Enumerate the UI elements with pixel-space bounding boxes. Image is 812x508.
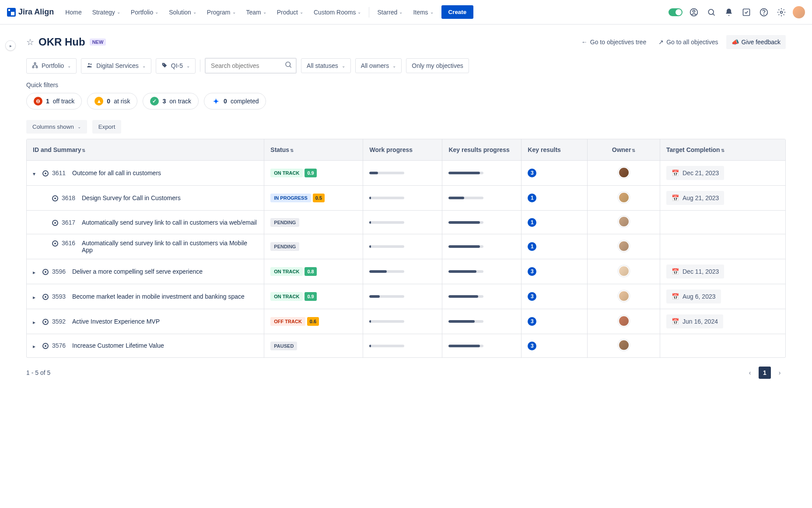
col-header-id[interactable]: ID and Summary⇅ [27, 139, 264, 161]
pager-page-1[interactable]: 1 [759, 367, 771, 379]
expand-toggle[interactable]: ▸ [33, 343, 39, 349]
nav-item-starred[interactable]: Starred⌄ [373, 5, 407, 19]
search-input[interactable] [205, 58, 297, 74]
svg-rect-9 [36, 66, 38, 67]
kr-count-badge[interactable]: 3 [528, 342, 536, 350]
row-id: 3616 [62, 240, 78, 247]
svg-rect-7 [34, 63, 36, 64]
nav-item-product[interactable]: Product⌄ [273, 5, 308, 19]
svg-rect-3 [743, 9, 750, 15]
nav-item-program[interactable]: Program⌄ [203, 5, 240, 19]
objective-icon [42, 269, 49, 275]
nav-item-strategy[interactable]: Strategy⌄ [88, 5, 125, 19]
table-row[interactable]: ▾ 3611 Outcome for all call in customers… [27, 161, 785, 186]
pager-next-button[interactable]: › [774, 367, 786, 379]
status-badge: PAUSED [270, 342, 297, 350]
filter-digital-services[interactable]: Digital Services ⌄ [81, 58, 151, 74]
filter-portfolio[interactable]: Portfolio ⌄ [26, 58, 77, 74]
brand-logo[interactable]: Jira Align [7, 7, 54, 17]
col-header-work-progress[interactable]: Work progress [363, 139, 442, 161]
sidebar-expand-button[interactable]: ▸ [5, 40, 16, 51]
kr-count-badge[interactable]: 3 [528, 267, 536, 276]
status-score: 0.8 [304, 267, 316, 276]
user-avatar[interactable] [793, 6, 805, 18]
give-feedback-button[interactable]: 📣 Give feedback [726, 35, 786, 49]
quick-filter-on-track[interactable]: ✓3on track [143, 93, 199, 109]
filter-only-mine[interactable]: Only my objectives [406, 58, 469, 73]
owner-avatar[interactable] [618, 240, 630, 252]
expand-toggle[interactable]: ▸ [33, 269, 39, 275]
col-header-status[interactable]: Status⇅ [264, 139, 363, 161]
table-row[interactable]: 3617 Automatically send survey link to c… [27, 211, 785, 234]
favorite-star-icon[interactable]: ☆ [26, 37, 34, 47]
table-row[interactable]: 3618 Design Survey for Call in Customers… [27, 186, 785, 211]
expand-toggle[interactable]: ▸ [33, 319, 39, 325]
kr-count-badge[interactable]: 1 [528, 218, 536, 227]
page-title: OKR Hub [38, 36, 85, 48]
owner-avatar[interactable] [618, 192, 630, 203]
kr-count-badge[interactable]: 1 [528, 194, 536, 202]
status-badge: ON TRACK0.9 [270, 292, 316, 301]
chevron-down-icon: ⌄ [342, 64, 345, 68]
go-to-all-link[interactable]: ↗ Go to all objectives [654, 35, 722, 49]
target-date: 📅Dec 11, 2023 [666, 265, 724, 279]
nav-item-portfolio[interactable]: Portfolio⌄ [126, 5, 163, 19]
table-row[interactable]: ▸ 3593 Become market leader in mobile in… [27, 284, 785, 309]
nav-item-home[interactable]: Home [61, 5, 86, 19]
col-header-owner[interactable]: Owner⇅ [588, 139, 660, 161]
arrow-left-icon: ← [581, 39, 588, 46]
filter-statuses[interactable]: All statuses ⌄ [301, 58, 351, 73]
col-header-key-results[interactable]: Key results [522, 139, 588, 161]
table-row[interactable]: ▸ 3576 Increase Customer Lifetime Value … [27, 334, 785, 358]
pager-prev-button[interactable]: ‹ [744, 367, 756, 379]
settings-icon[interactable] [775, 6, 788, 18]
kr-count-badge[interactable]: 3 [528, 169, 536, 177]
quick-filter-off-track[interactable]: ⊖1off track [26, 93, 82, 109]
filter-owners[interactable]: All owners ⌄ [355, 58, 402, 73]
owner-avatar[interactable] [618, 216, 630, 227]
tasks-icon[interactable] [740, 6, 752, 18]
row-summary: Active Investor Experience MVP [72, 318, 160, 325]
create-button[interactable]: Create [441, 5, 474, 19]
kr-count-badge[interactable]: 3 [528, 292, 536, 301]
nav-item-solution[interactable]: Solution⌄ [164, 5, 201, 19]
row-id: 3593 [52, 293, 69, 300]
quick-filter-completed[interactable]: ✦0completed [204, 93, 266, 109]
objective-icon [42, 294, 49, 300]
notifications-icon[interactable] [723, 6, 735, 18]
go-to-tree-link[interactable]: ← Go to objectives tree [577, 35, 651, 49]
kr-count-badge[interactable]: 3 [528, 317, 536, 326]
status-score: 0.6 [307, 317, 319, 326]
search-icon[interactable] [705, 6, 718, 18]
kr-progress-bar [448, 245, 483, 248]
owner-avatar[interactable] [618, 339, 630, 351]
owner-avatar[interactable] [618, 315, 630, 327]
table-row[interactable]: ▸ 3596 Deliver a more compelling self se… [27, 259, 785, 284]
owner-avatar[interactable] [618, 290, 630, 302]
table-row[interactable]: ▸ 3592 Active Investor Experience MVP OF… [27, 309, 785, 334]
nav-item-items[interactable]: Items⌄ [409, 5, 438, 19]
feature-toggle[interactable] [668, 8, 682, 16]
row-id: 3576 [52, 342, 69, 349]
table-row[interactable]: 3616 Automatically send survey link to c… [27, 234, 785, 259]
expand-toggle[interactable]: ▸ [33, 294, 39, 300]
expand-toggle[interactable]: ▾ [33, 171, 39, 177]
columns-shown-button[interactable]: Columns shown ⌄ [26, 120, 87, 134]
nav-item-custom-rooms[interactable]: Custom Rooms⌄ [309, 5, 365, 19]
svg-point-6 [780, 11, 783, 13]
kr-progress-bar [448, 345, 483, 347]
help-icon[interactable] [758, 6, 770, 18]
col-header-target[interactable]: Target Completion⇅ [660, 139, 786, 161]
owner-avatar[interactable] [618, 265, 630, 277]
chevron-down-icon: ⌄ [142, 64, 146, 68]
kr-count-badge[interactable]: 1 [528, 242, 536, 251]
work-progress-bar [369, 345, 404, 347]
filter-qi[interactable]: QI-5 ⌄ [156, 58, 196, 74]
owner-avatar[interactable] [618, 167, 630, 178]
nav-item-team[interactable]: Team⌄ [242, 5, 271, 19]
col-header-kr-progress[interactable]: Key results progress [442, 139, 522, 161]
export-button[interactable]: Export [92, 120, 122, 134]
quick-filter-at-risk[interactable]: ▲0at risk [87, 93, 137, 109]
off-track-icon: ⊖ [34, 97, 42, 106]
account-icon[interactable] [688, 6, 700, 18]
